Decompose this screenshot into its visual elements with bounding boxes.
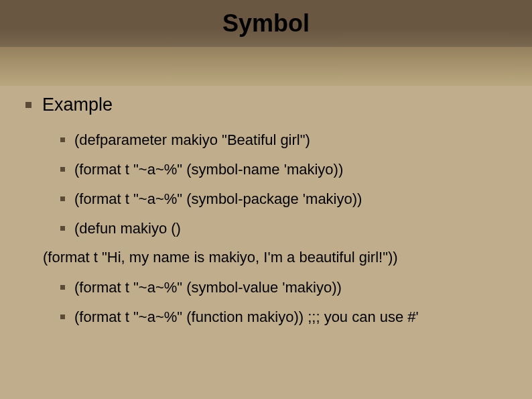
item-text: (defun makiyo () xyxy=(74,219,181,238)
list-item: (format t "~a~%" (symbol-package 'makiyo… xyxy=(60,189,507,208)
bullet-icon xyxy=(60,315,65,319)
bullet-icon xyxy=(60,226,65,231)
bullet-icon xyxy=(60,137,65,142)
slide: Symbol Example (defparameter makiyo "Bea… xyxy=(0,0,532,399)
slide-content: Example (defparameter makiyo "Beatiful g… xyxy=(25,94,507,337)
title-band: Symbol xyxy=(0,0,532,47)
bullet-icon xyxy=(60,196,65,201)
bullet-icon xyxy=(60,285,65,290)
bullet-icon xyxy=(60,167,65,172)
item-text: (defparameter makiyo "Beatiful girl") xyxy=(74,131,310,150)
list-item: (defparameter makiyo "Beatiful girl") xyxy=(60,130,507,149)
list-item: (format t "~a~%" (symbol-value 'makiyo)) xyxy=(60,278,507,297)
list-item: (format t "~a~%" (symbol-name 'makiyo)) xyxy=(60,160,507,178)
heading-text: Example xyxy=(42,95,113,115)
section-heading: Example xyxy=(25,94,507,115)
list-item: (defun makiyo () xyxy=(60,219,507,237)
slide-title: Symbol xyxy=(222,9,310,38)
item-text: (format t "~a~%" (symbol-package 'makiyo… xyxy=(74,190,362,209)
item-text: (format t "~a~%" (symbol-value 'makiyo)) xyxy=(74,278,342,297)
continuation-line: (format t "Hi, my name is makiyo, I'm a … xyxy=(43,248,507,268)
item-text: (format t "~a~%" (symbol-name 'makiyo)) xyxy=(74,160,343,179)
list-item: (format t "~a~%" (function makiyo)) ;;; … xyxy=(60,308,507,327)
sub-band xyxy=(0,47,532,86)
bullet-icon xyxy=(25,102,31,108)
item-text: (format t "~a~%" (function makiyo)) ;;; … xyxy=(74,308,419,327)
